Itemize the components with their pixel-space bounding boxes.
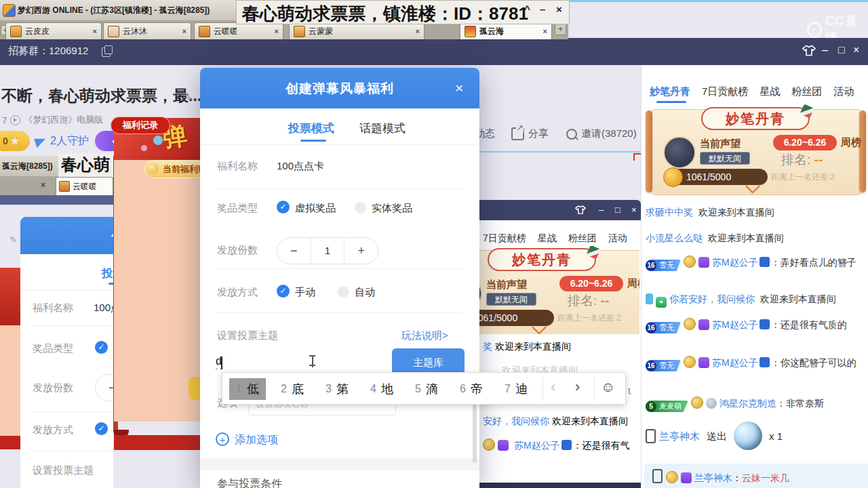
plus-button[interactable]: + — [344, 238, 378, 264]
welfare-record-button[interactable]: 福利记录 — [111, 117, 170, 134]
miaobi-card-clipped: 妙笔丹青 当前声望 默默无闻 1061/5000 6.20~6.26 周榜 排名… — [479, 246, 639, 334]
minus-button[interactable]: − — [277, 238, 311, 264]
tab-close-icon[interactable]: × — [93, 27, 97, 35]
current-welfare-ribbon[interactable]: 当前福利剩余 — [144, 160, 205, 178]
tab-fanclub[interactable]: 粉丝团 — [791, 85, 822, 98]
radio-checked-icon[interactable]: ✓ — [277, 201, 290, 214]
gift-message: 兰亭神木 送出 x 1 — [646, 422, 865, 450]
game-window2-content-edge — [0, 195, 113, 205]
cc-app-header — [0, 38, 868, 65]
close-button[interactable]: × — [631, 205, 637, 215]
invite-link[interactable]: 邀请(38720) — [581, 127, 637, 140]
close-icon[interactable]: × — [556, 3, 562, 15]
collapse-icon[interactable]: ^ — [524, 3, 530, 15]
condition-label: 参与投票条件 — [217, 477, 282, 488]
radio-checked-icon[interactable]: ✓ — [95, 341, 108, 354]
tab-yun-mumu[interactable]: 云沐沐× — [103, 22, 191, 39]
welfare-name-value: 100点点卡 — [277, 160, 324, 173]
maximize-button[interactable]: □ — [615, 205, 620, 215]
tab-close-icon[interactable]: × — [41, 180, 45, 190]
character-avatar — [294, 26, 305, 37]
minimize-button[interactable]: – — [599, 205, 604, 215]
tab-vote-mode[interactable]: 投票模式 — [288, 121, 334, 136]
tab-activity[interactable]: 活动 — [833, 85, 854, 98]
ime-next-icon[interactable]: › — [575, 378, 580, 396]
radio-checked-icon[interactable]: ✓ — [95, 422, 108, 435]
fan-badge-icon — [698, 257, 709, 268]
ime-candidate[interactable]: 3第 — [326, 378, 349, 400]
scrollbar[interactable] — [473, 399, 477, 463]
help-link[interactable]: 玩法说明> — [401, 329, 448, 342]
maximize-button[interactable]: □ — [838, 44, 845, 56]
tab-miaobi[interactable]: 妙笔丹青 — [650, 85, 690, 98]
skin-icon[interactable] — [575, 205, 586, 217]
tab-starwar[interactable]: 星战 — [760, 85, 780, 98]
ime-candidate[interactable]: 4地 — [370, 378, 393, 400]
add-option-link[interactable]: 添加选项 — [235, 433, 278, 447]
card-title: 妙笔丹青 — [488, 248, 596, 271]
level-badge: 16雪无 — [646, 360, 681, 371]
week-range-badge: 6.20~6.26 — [559, 276, 623, 291]
tab-close-icon[interactable]: × — [543, 27, 547, 35]
tab-topic-mode[interactable]: 话题模式 — [359, 121, 406, 136]
ime-candidate[interactable]: 1低 — [229, 378, 266, 400]
tab-fanclub[interactable]: 粉丝团 — [568, 232, 597, 245]
skin-icon[interactable] — [802, 45, 816, 59]
gift-orb-icon — [734, 422, 762, 450]
ime-candidate[interactable]: 5滴 — [415, 378, 438, 400]
invite-search-icon[interactable] — [566, 129, 577, 140]
promo-fragment-body — [0, 325, 22, 436]
tab-contribution[interactable]: 7日贡献榜 — [483, 232, 526, 245]
phone-icon — [652, 469, 663, 483]
tab-yun-pipi[interactable]: 云皮皮× — [5, 22, 102, 39]
minimize-icon[interactable]: – — [540, 3, 545, 15]
star-count-badge[interactable]: 0 ★ — [0, 131, 30, 151]
minimize-button[interactable]: – — [822, 44, 828, 56]
ime-candidate[interactable]: 6帝 — [460, 378, 483, 400]
phone-icon — [646, 429, 656, 443]
share-icon[interactable] — [511, 127, 524, 140]
tab-close-icon[interactable]: × — [275, 27, 279, 35]
guard-badge[interactable]: 2人守护 — [35, 134, 89, 148]
room-id-text: 春心萌动求票票，镇淮楼：ID：8781 — [242, 2, 528, 26]
close-icon[interactable]: × — [455, 80, 463, 96]
ime-candidate[interactable]: 7迪 — [505, 378, 528, 400]
radio-unchecked-icon[interactable] — [338, 286, 349, 298]
coin-icon — [663, 167, 683, 187]
tab-close-icon[interactable]: × — [416, 27, 420, 35]
tab-activity[interactable]: 活动 — [608, 232, 627, 245]
prize-type-label: 奖品类型 — [33, 342, 73, 355]
close-button[interactable]: × — [853, 44, 859, 56]
reputation-label: 当前声望 — [700, 138, 741, 150]
edit-title-icon[interactable]: ✎ — [184, 92, 193, 103]
tab-starwar[interactable]: 星战 — [538, 232, 557, 245]
chat-message: 16雪无苏M赵公子：还是很有气质的 — [646, 317, 865, 333]
emoji-icon[interactable]: ☺ — [601, 379, 615, 395]
create-welfare-dialog-background: 创建弹幕风暴福利 投票模式 福利名称 100点点卡 奖品类型 ✓ 虚拟奖品 发放… — [20, 217, 113, 488]
new-tab-button[interactable]: + — [555, 24, 566, 35]
share-link[interactable]: 分享 — [528, 127, 549, 140]
game-window2-overlay: 春心萌 — [58, 153, 113, 178]
window-top-edge — [570, 0, 868, 2]
ime-candidate[interactable]: 2底 — [281, 378, 304, 400]
dialog-title: 创建弹幕风暴福利 — [200, 80, 479, 98]
tab-contribution[interactable]: 7日贡献榜 — [702, 85, 748, 98]
chat-message: 5麦麦萌鸿星尔克制造：非常奈斯 — [646, 396, 865, 412]
copy-icon[interactable] — [102, 47, 111, 57]
guard-icon — [34, 135, 47, 147]
tab-yun-nuannuan[interactable]: 云暖暖 — [56, 177, 113, 195]
radio-unchecked-icon[interactable] — [355, 202, 366, 214]
radio-checked-icon[interactable]: ✓ — [277, 285, 290, 298]
count-stepper[interactable]: − 1 + — [277, 237, 378, 264]
welfare-name-label: 福利名称 — [217, 160, 258, 173]
window-highlight-line — [475, 151, 641, 152]
chat-message: 奖 欢迎来到本直播间 — [483, 341, 571, 353]
chat-window-secondary: – □ × 7日贡献榜 星战 粉丝团 活动 奖 欢迎来到本直播间 欢迎来到本直播… — [475, 200, 641, 488]
ime-prev-icon[interactable]: ‹ — [551, 378, 555, 396]
reputation-badge: 默默无闻 — [486, 293, 536, 306]
tab-close-icon[interactable]: × — [182, 27, 186, 35]
active-tab-underline — [300, 140, 326, 142]
character-avatar — [199, 26, 210, 37]
add-option-icon[interactable]: + — [216, 432, 229, 446]
coin-icon — [684, 318, 696, 330]
